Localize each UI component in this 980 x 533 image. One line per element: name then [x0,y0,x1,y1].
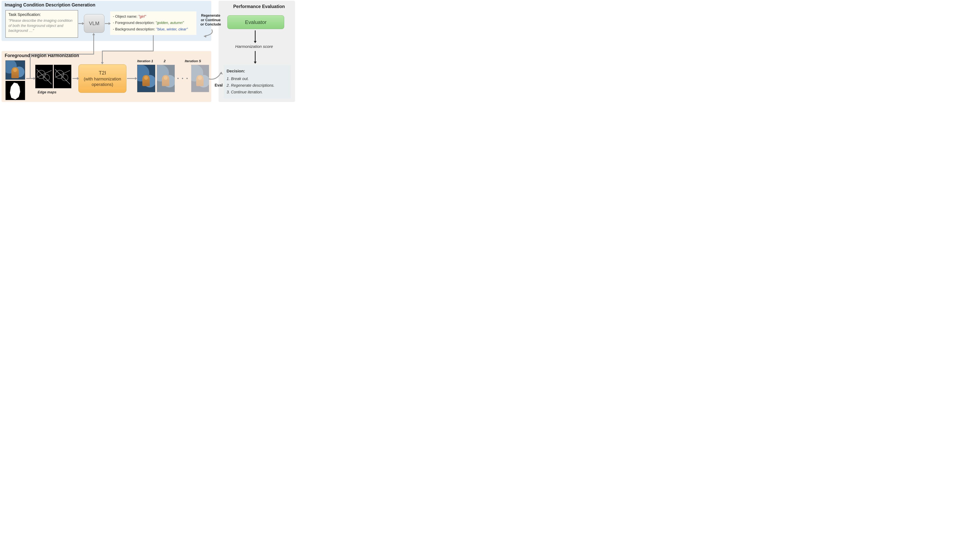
bg-desc-value: "blue, winter, clear" [156,27,188,31]
task-spec-label: Task Specification: [8,12,75,17]
iteration-image-s [191,65,209,92]
vlm-block: VLM [84,14,105,33]
arrow-desc-to-t2i-h [102,51,154,51]
arrow-input-to-vlm-end [93,35,94,54]
imaging-title: Imaging Condition Description Generation [5,2,95,8]
arrow-task-to-vlm [78,23,82,24]
arrow-input-to-vlm-v [30,54,30,78]
arrow-score-to-decision [255,51,256,62]
decision-item-1: 1. Break out. [227,75,288,82]
descriptions-box: - Object name: "girl" - Foreground descr… [110,11,196,35]
feedback-arrow [196,27,216,40]
task-spec-text: "Please describe the imaging condition o… [8,18,75,33]
foreground-mask [5,81,25,100]
iter-label-s: Iteration S [185,59,201,63]
eval-arrow [208,69,228,86]
iteration-labels: Iteration 1 2 Iteration S [137,59,201,63]
arrow-evaluator-to-score [255,30,256,41]
t2i-subtitle: (with harmonization operations) [79,76,126,88]
edge-maps [35,65,72,88]
edge-map-1 [35,65,53,88]
iter-label-2: 2 [164,59,165,63]
edge-maps-label: Edge maps [38,90,56,94]
t2i-block: T2I (with harmonization operations) [78,64,126,93]
arrow-vlm-to-desc [105,23,109,24]
arrow-edge-to-t2i [73,78,77,79]
arrow-input-to-vlm-h [30,54,94,54]
arrow-desc-to-t2i-v1 [153,35,154,51]
arrow-t2i-to-iters [127,78,135,79]
decision-item-3: 3. Continue iteration. [227,89,288,95]
decision-box: Decision: 1. Break out. 2. Regenerate de… [223,65,291,99]
task-spec-box: Task Specification: "Please describe the… [5,10,78,38]
iter-label-1: Iteration 1 [137,59,153,63]
iteration-image-1 [137,65,155,92]
decision-item-2: 2. Regenerate descriptions. [227,82,288,89]
decision-title: Decision: [227,67,288,75]
arrow-desc-to-t2i-v2 [102,51,103,62]
evaluator-block: Evaluator [228,15,284,29]
t2i-title: T2I [99,70,106,76]
fg-desc-line: - Foreground description: "golden, autum… [113,20,194,26]
fg-desc-value: "golden, autumn" [156,21,184,25]
fg-desc-label: - Foreground description: [113,21,156,25]
iteration-image-2 [157,65,175,92]
composite-image [5,61,25,80]
input-images [5,61,25,100]
bg-desc-line: - Background description: "blue, winter,… [113,26,194,32]
object-name-line: - Object name: "girl" [113,13,194,20]
svg-marker-0 [204,35,206,38]
bg-desc-label: - Background description: [113,27,156,31]
performance-title: Performance Evaluation [233,4,285,9]
object-name-label: - Object name: [113,14,138,18]
harmonization-score-label: Harmonization score [235,44,273,49]
ellipsis-icon: • • • [177,76,189,81]
feedback-label: Regenerate or Continue or Conclude [199,13,223,27]
object-name-value: "girl" [138,14,146,18]
iterations-row: • • • [137,65,209,92]
edge-map-2 [54,65,72,88]
